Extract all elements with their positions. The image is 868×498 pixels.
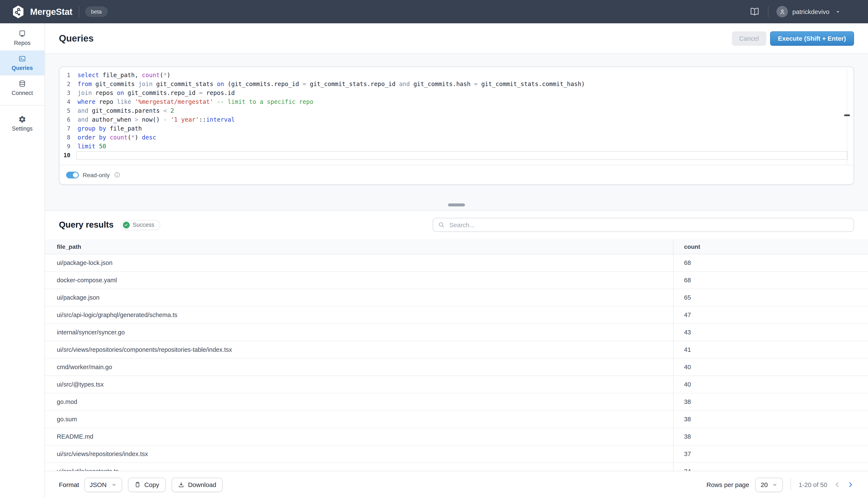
cell-count: 68 xyxy=(673,272,868,289)
code-line: 8order by count(*) desc xyxy=(59,133,854,142)
code-text: from git_commits join git_commit_stats o… xyxy=(74,80,585,89)
search-box xyxy=(433,218,854,232)
code-text: order by count(*) desc xyxy=(74,133,156,142)
sidebar-item-label: Connect xyxy=(12,90,33,96)
code-text: where repo like '%mergestat/mergestat' -… xyxy=(74,97,313,106)
docs-book-icon[interactable] xyxy=(750,6,760,17)
code-text: group by file_path xyxy=(74,124,142,133)
cell-count: 38 xyxy=(673,393,868,410)
table-row: ui/src/views/repositories/components/rep… xyxy=(45,341,868,358)
rows-per-page-label: Rows per page xyxy=(707,481,749,488)
line-number: 9 xyxy=(59,142,74,151)
editor-scrollbar-thumb[interactable] xyxy=(844,115,850,116)
line-number: 2 xyxy=(59,80,74,89)
code-lines: 1select file_path, count(*)2from git_com… xyxy=(59,71,854,160)
editor-scrollbar-track xyxy=(847,69,847,165)
table-body: ui/package-lock.json68docker-compose.yam… xyxy=(45,254,868,498)
code-line: 6and author_when > now() - '1 year'::int… xyxy=(59,115,854,124)
topbar-divider xyxy=(79,6,79,17)
format-select-value: JSON xyxy=(90,481,107,488)
status-badge: Success xyxy=(121,220,160,230)
execute-button[interactable]: Execute (Shift + Enter) xyxy=(770,31,854,45)
resizer-strip xyxy=(45,185,868,210)
code-text: select file_path, count(*) xyxy=(74,71,170,80)
line-number: 1 xyxy=(59,71,74,80)
sql-editor-card: 1select file_path, count(*)2from git_com… xyxy=(59,67,854,185)
brand[interactable]: MergeStat xyxy=(11,4,72,19)
page-title: Queries xyxy=(59,33,94,44)
search-input[interactable] xyxy=(448,221,849,229)
cell-file-path: ui/package-lock.json xyxy=(45,254,673,271)
sidebar-item-connect[interactable]: Connect xyxy=(0,76,44,101)
download-button[interactable]: Download xyxy=(171,477,223,492)
database-icon xyxy=(18,80,26,88)
line-number: 5 xyxy=(59,106,74,115)
format-select[interactable]: JSON xyxy=(84,477,122,492)
download-icon xyxy=(178,482,184,488)
code-line: 5and git_commits.parents < 2 xyxy=(59,106,854,115)
success-check-icon xyxy=(123,221,130,228)
previous-page-button[interactable] xyxy=(834,481,841,488)
line-number: 8 xyxy=(59,133,74,142)
cell-file-path: ui/src/views/repositories/index.tsx xyxy=(45,445,673,462)
copy-button-label: Copy xyxy=(144,481,159,488)
topbar-right: patrickdevivo xyxy=(750,6,841,17)
page-header: Queries Cancel Execute (Shift + Enter) xyxy=(45,23,868,54)
table-row: cmd/worker/main.go40 xyxy=(45,358,868,376)
topbar: MergeStat beta patrickdevivo xyxy=(0,0,868,23)
mergestat-app: MergeStat beta patrickdevivo xyxy=(0,0,868,498)
table-row: go.sum38 xyxy=(45,411,868,428)
line-number: 6 xyxy=(59,115,74,124)
cell-count: 38 xyxy=(673,428,868,445)
code-line: 7group by file_path xyxy=(59,124,854,133)
code-line: 9limit 50 xyxy=(59,142,854,151)
user-menu[interactable]: patrickdevivo xyxy=(777,6,841,17)
clipboard-icon xyxy=(134,482,141,488)
query-results-panel: Query results Success xyxy=(45,210,868,498)
cell-count: 41 xyxy=(673,341,868,358)
rows-per-page-value: 20 xyxy=(761,481,768,488)
brand-name: MergeStat xyxy=(30,6,72,17)
topbar-divider-2 xyxy=(768,6,768,17)
toggle-knob xyxy=(73,172,78,178)
cancel-button[interactable]: Cancel xyxy=(732,31,766,45)
code-text: and author_when > now() - '1 year'::inte… xyxy=(74,115,235,124)
cell-file-path: ui/src/api-logic/graphql/generated/schem… xyxy=(45,306,673,323)
panel-resize-handle[interactable] xyxy=(448,204,465,206)
sidebar-divider xyxy=(0,105,44,106)
cell-file-path: README.md xyxy=(45,428,673,445)
table-row: docker-compose.yaml68 xyxy=(45,272,868,289)
format-label: Format xyxy=(59,481,79,488)
cell-count: 47 xyxy=(673,306,868,323)
sidebar-item-label: Settings xyxy=(12,126,32,132)
cell-count: 38 xyxy=(673,411,868,428)
sidebar-item-repos[interactable]: Repos xyxy=(0,25,44,50)
line-number: 4 xyxy=(59,97,74,106)
column-header-count: count xyxy=(673,239,868,254)
app-body: Repos Queries xyxy=(0,23,868,498)
chevron-down-icon xyxy=(835,9,841,15)
chevron-down-icon xyxy=(773,482,777,487)
cell-count: 40 xyxy=(673,358,868,376)
mergestat-logo-icon xyxy=(11,4,25,19)
next-page-button[interactable] xyxy=(847,481,854,488)
copy-button[interactable]: Copy xyxy=(128,477,166,492)
table-row: internal/syncer/syncer.go43 xyxy=(45,324,868,341)
info-icon[interactable] xyxy=(114,172,120,178)
beta-badge: beta xyxy=(85,6,108,17)
rows-per-page-select[interactable]: 20 xyxy=(755,477,783,492)
sidebar-item-settings[interactable]: Settings xyxy=(0,111,44,136)
footer-divider xyxy=(791,479,791,491)
read-only-toggle[interactable] xyxy=(66,171,79,178)
cell-file-path: ui/src/views/repositories/components/rep… xyxy=(45,341,673,358)
cell-count: 37 xyxy=(673,445,868,462)
code-line: 4where repo like '%mergestat/mergestat' … xyxy=(59,97,854,106)
table-row: go.mod38 xyxy=(45,393,868,411)
sidebar-item-queries[interactable]: Queries xyxy=(0,50,44,76)
table-row: ui/package.json65 xyxy=(45,289,868,306)
code-text: and git_commits.parents < 2 xyxy=(74,106,174,115)
read-only-label: Read-only xyxy=(83,171,110,178)
sql-editor[interactable]: 1select file_path, count(*)2from git_com… xyxy=(59,67,854,165)
repo-icon xyxy=(18,30,26,38)
code-line: 2from git_commits join git_commit_stats … xyxy=(59,80,854,89)
